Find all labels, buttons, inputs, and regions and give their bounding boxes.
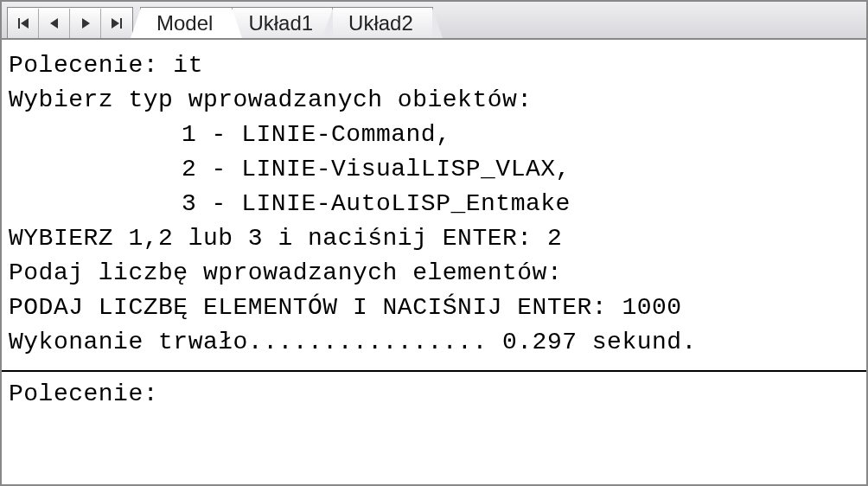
- command-line: Wybierz typ wprowadzanych obiektów:: [9, 83, 859, 118]
- nav-first-button[interactable]: [8, 9, 39, 38]
- command-line: Podaj liczbę wprowadzanych elementów:: [9, 256, 859, 291]
- tab-layout1[interactable]: Układ1: [232, 7, 333, 38]
- command-line: Wykonanie trwało................ 0.297 s…: [9, 325, 859, 360]
- svg-marker-1: [21, 18, 29, 29]
- svg-marker-4: [112, 18, 119, 29]
- nav-last-button[interactable]: [101, 9, 132, 38]
- layout-tabs: Model Układ1 Układ2: [140, 2, 432, 38]
- svg-marker-3: [82, 18, 90, 29]
- next-icon: [79, 16, 93, 30]
- command-divider: [2, 370, 866, 372]
- tab-label: Model: [156, 11, 213, 35]
- command-line: Polecenie: it: [9, 48, 859, 83]
- prev-icon: [48, 16, 61, 30]
- command-line: 3 - LINIE-AutoLISP_Entmake: [9, 187, 859, 221]
- svg-marker-2: [50, 18, 58, 29]
- tab-bar: Model Układ1 Układ2: [2, 2, 866, 40]
- command-line: 1 - LINIE-Command,: [9, 118, 859, 152]
- tab-nav-controls: [7, 7, 133, 38]
- tab-label: Układ2: [348, 11, 413, 35]
- tab-label: Układ1: [248, 11, 313, 35]
- command-prompt: Polecenie:: [9, 377, 859, 412]
- svg-rect-5: [120, 18, 122, 29]
- command-line: 2 - LINIE-VisualLISP_VLAX,: [9, 152, 859, 187]
- last-icon: [110, 16, 124, 30]
- command-line: PODAJ LICZBĘ ELEMENTÓW I NACIŚNIJ ENTER:…: [9, 291, 859, 325]
- command-line: WYBIERZ 1,2 lub 3 i naciśnij ENTER: 2: [9, 221, 859, 256]
- tab-layout2[interactable]: Układ2: [332, 7, 433, 38]
- svg-rect-0: [18, 18, 20, 29]
- tab-model[interactable]: Model: [140, 7, 233, 38]
- command-window[interactable]: Polecenie: it Wybierz typ wprowadzanych …: [2, 40, 866, 412]
- nav-prev-button[interactable]: [39, 9, 70, 38]
- first-icon: [16, 16, 30, 30]
- nav-next-button[interactable]: [70, 9, 101, 38]
